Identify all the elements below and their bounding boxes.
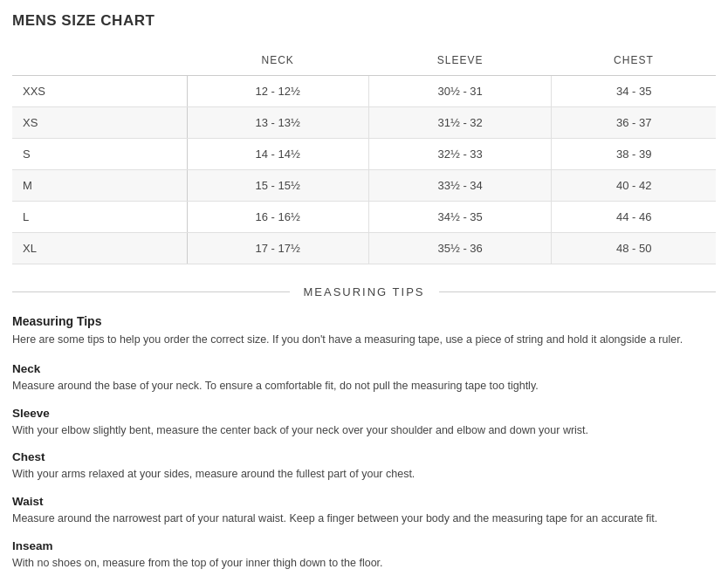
- cell-sleeve: 31½ - 32: [368, 107, 552, 139]
- tip-body: With no shoes on, measure from the top o…: [12, 555, 716, 572]
- cell-size: XXS: [12, 76, 187, 107]
- divider-line-right: [439, 291, 717, 292]
- cell-neck: 14 - 14½: [187, 139, 368, 170]
- cell-neck: 12 - 12½: [187, 76, 368, 107]
- col-header-neck: NECK: [187, 45, 368, 76]
- cell-sleeve: 35½ - 36: [368, 233, 552, 264]
- table-row: S14 - 14½32½ - 3338 - 39: [12, 139, 716, 170]
- table-row: XL17 - 17½35½ - 3648 - 50: [12, 233, 716, 264]
- cell-chest: 36 - 37: [552, 107, 716, 139]
- tip-heading: Neck: [12, 362, 716, 375]
- cell-sleeve: 30½ - 31: [368, 76, 552, 107]
- table-row: M15 - 15½33½ - 3440 - 42: [12, 170, 716, 202]
- tips-title: Measuring Tips: [12, 314, 716, 328]
- tip-item: ChestWith your arms relaxed at your side…: [12, 450, 716, 483]
- cell-chest: 38 - 39: [552, 139, 716, 170]
- cell-chest: 34 - 35: [552, 76, 716, 107]
- cell-chest: 44 - 46: [552, 202, 716, 233]
- table-row: XS13 - 13½31½ - 3236 - 37: [12, 107, 716, 139]
- cell-neck: 16 - 16½: [187, 202, 368, 233]
- divider-line-left: [12, 291, 290, 292]
- measuring-tips-divider: MEASURING TIPS: [12, 285, 716, 298]
- cell-sleeve: 34½ - 35: [368, 202, 552, 233]
- size-chart-table: NECK SLEEVE CHEST XXS12 - 12½30½ - 3134 …: [12, 45, 716, 264]
- cell-neck: 17 - 17½: [187, 233, 368, 264]
- tip-heading: Sleeve: [12, 407, 716, 420]
- tip-item: NeckMeasure around the base of your neck…: [12, 362, 716, 394]
- tip-heading: Inseam: [12, 539, 716, 552]
- cell-neck: 13 - 13½: [187, 107, 368, 139]
- tip-body: With your elbow slightly bent, measure t…: [12, 422, 716, 439]
- tips-intro: Here are some tips to help you order the…: [12, 332, 716, 348]
- tips-list: NeckMeasure around the base of your neck…: [12, 362, 716, 572]
- tip-body: Measure around the narrowest part of you…: [12, 511, 716, 527]
- tips-section: Measuring Tips Here are some tips to hel…: [12, 314, 716, 576]
- tip-body: Measure around the base of your neck. To…: [12, 378, 716, 394]
- cell-size: M: [12, 170, 187, 202]
- cell-size: XS: [12, 107, 187, 139]
- col-header-size: [12, 45, 187, 76]
- tip-item: InseamWith no shoes on, measure from the…: [12, 539, 716, 572]
- cell-size: L: [12, 202, 187, 233]
- page-title: MENS SIZE CHART: [12, 12, 716, 30]
- cell-neck: 15 - 15½: [187, 170, 368, 202]
- cell-size: XL: [12, 233, 187, 264]
- col-header-chest: CHEST: [552, 45, 716, 76]
- cell-sleeve: 32½ - 33: [368, 139, 552, 170]
- tip-item: SleeveWith your elbow slightly bent, mea…: [12, 407, 716, 439]
- divider-label: MEASURING TIPS: [290, 285, 439, 298]
- cell-size: S: [12, 139, 187, 170]
- tip-body: With your arms relaxed at your sides, me…: [12, 466, 716, 483]
- cell-chest: 40 - 42: [552, 170, 716, 202]
- tip-item: WaistMeasure around the narrowest part o…: [12, 495, 716, 527]
- table-row: L16 - 16½34½ - 3544 - 46: [12, 202, 716, 233]
- tip-heading: Chest: [12, 450, 716, 463]
- cell-chest: 48 - 50: [552, 233, 716, 264]
- table-row: XXS12 - 12½30½ - 3134 - 35: [12, 76, 716, 107]
- tip-heading: Waist: [12, 495, 716, 508]
- col-header-sleeve: SLEEVE: [368, 45, 552, 76]
- cell-sleeve: 33½ - 34: [368, 170, 552, 202]
